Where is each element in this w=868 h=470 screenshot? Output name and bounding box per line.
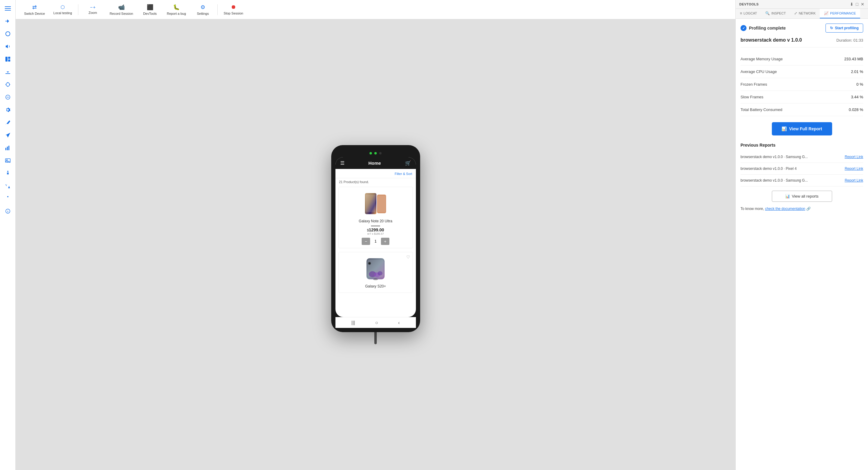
performance-icon: 📈 <box>824 11 829 16</box>
sidebar <box>0 0 16 470</box>
report-item-2: browserstack demo v1.0.0 · Samsung G... … <box>741 175 863 186</box>
toolbar-divider-1 <box>78 4 79 15</box>
start-profiling-button[interactable]: ↻ Start profiling <box>826 24 863 33</box>
start-profiling-refresh-icon: ↻ <box>830 26 833 30</box>
info-icon[interactable] <box>2 206 13 216</box>
brush-icon[interactable] <box>2 117 13 128</box>
logcat-label: LOGCAT <box>744 11 757 15</box>
metric-value-memory: 233.43 MB <box>844 57 863 61</box>
docs-link[interactable]: check the documentation <box>765 207 805 211</box>
settings-button[interactable]: ⚙ Settings <box>191 2 215 17</box>
menu-icon[interactable] <box>2 3 13 14</box>
stop-session-icon: ⏺ <box>231 4 236 10</box>
nav-back-icon[interactable]: ‹ <box>398 320 400 325</box>
download-icon[interactable] <box>2 66 13 77</box>
circle-icon[interactable] <box>2 28 13 39</box>
filter-sort-link[interactable]: Filter & Sort <box>395 172 412 176</box>
phone-status-dots <box>370 152 381 154</box>
gallery-icon[interactable] <box>2 155 13 166</box>
view-full-report-button[interactable]: 📊 View Full Report <box>772 122 832 136</box>
svg-rect-7 <box>8 59 10 62</box>
toolbar-divider-2 <box>217 4 218 15</box>
accessibility-icon[interactable] <box>2 168 13 179</box>
record-session-button[interactable]: 📹 Record Session <box>106 2 137 17</box>
send-icon[interactable] <box>2 130 13 141</box>
start-profiling-label: Start profiling <box>835 26 859 30</box>
report-bug-button[interactable]: 🐛 Report a bug <box>163 2 190 17</box>
device-area: ☰ Home 🛒 Filter & Sort 21 Product(s) fou… <box>16 19 735 470</box>
inspect-tab[interactable]: 🔍 INSPECT <box>761 9 790 19</box>
app-info-row: browserstack demo v 1.0.0 Duration: 01:3… <box>741 37 863 47</box>
zoom-button[interactable]: − + Zoom <box>81 3 105 16</box>
devtools-download-icon[interactable]: ⬇ <box>850 2 854 7</box>
qty-decrease-note20[interactable]: − <box>362 238 370 245</box>
product-card-s20: ♡ <box>338 252 413 293</box>
app-header: ☰ Home 🛒 <box>336 157 416 169</box>
app-header-title: Home <box>368 160 381 166</box>
qty-increase-note20[interactable]: + <box>381 238 390 245</box>
gear-icon[interactable] <box>2 105 13 115</box>
report-item-name-2: browserstack demo v1.0.0 · Samsung G... <box>741 178 808 182</box>
report-link-1[interactable]: Report Link <box>845 167 863 171</box>
minus-circle-icon[interactable] <box>2 92 13 102</box>
phone-bottom-nav: ||| ○ ‹ <box>336 317 416 328</box>
network-tab[interactable]: ⤢ NETWORK <box>790 9 820 19</box>
report-link-2[interactable]: Report Link <box>845 178 863 182</box>
report-item-name-1: browserstack demo v1.0.0 · Pixel 4 <box>741 167 797 171</box>
speaker-icon[interactable] <box>2 41 13 52</box>
toolbar: ⇄ Switch Device ⬡ Local testing − + Zoom… <box>16 0 735 19</box>
record-session-label: Record Session <box>110 12 133 16</box>
devtools-button[interactable]: ⬛ DevTools <box>138 2 162 17</box>
chart-bar-icon[interactable] <box>2 142 13 153</box>
product-image-s20 <box>362 255 389 282</box>
svg-rect-28 <box>378 196 385 212</box>
product-installment-note20: or7 x $185.57 <box>367 232 384 235</box>
qty-control-note20: − 1 + <box>362 238 390 245</box>
view-all-reports-label: View all reports <box>792 194 818 199</box>
product-card-note20: Galaxy Note 20 Ultra $1299.00 or7 x $185… <box>338 187 413 248</box>
devtools-tabs: ≡ LOGCAT 🔍 INSPECT ⤢ NETWORK 📈 PERFORMAN… <box>736 9 868 19</box>
report-item-name-0: browserstack demo v1.0.0 · Samsung G... <box>741 155 808 159</box>
local-testing-button[interactable]: ⬡ Local testing <box>50 2 76 17</box>
phone-camera <box>379 152 381 154</box>
layout-icon[interactable] <box>2 54 13 64</box>
metric-label-battery: Total Battery Consumed <box>741 108 782 112</box>
crosshair-icon[interactable] <box>2 79 13 90</box>
metric-label-frozen: Frozen Frames <box>741 82 767 87</box>
dot-2 <box>374 152 377 154</box>
record-session-icon: 📹 <box>118 4 125 10</box>
devtools-label: DevTools <box>143 12 157 16</box>
devtools-maximize-icon[interactable]: □ <box>856 2 858 7</box>
stop-session-label: Stop Session <box>224 11 243 15</box>
svg-point-20 <box>7 171 8 172</box>
zoom-label: Zoom <box>89 11 97 14</box>
person-accessibility-icon[interactable] <box>2 193 13 204</box>
nav-home-icon[interactable]: ○ <box>375 320 378 325</box>
nav-recents-icon[interactable]: ||| <box>351 320 355 325</box>
metric-row-memory: Average Memory Usage 233.43 MB <box>741 53 863 65</box>
report-link-0[interactable]: Report Link <box>845 155 863 159</box>
report-bug-label: Report a bug <box>167 12 186 16</box>
forward-icon[interactable] <box>2 16 13 27</box>
switch-device-label: Switch Device <box>24 12 45 16</box>
translate-icon[interactable] <box>2 180 13 191</box>
logcat-tab[interactable]: ≡ LOGCAT <box>736 9 761 19</box>
local-testing-icon: ⬡ <box>61 4 65 10</box>
cart-icon[interactable]: 🛒 <box>405 160 411 166</box>
performance-tab[interactable]: 📈 PERFORMANCE <box>820 9 860 19</box>
phone-notch <box>336 149 416 157</box>
performance-label: PERFORMANCE <box>830 11 856 15</box>
view-all-reports-button[interactable]: 📊 View all reports <box>772 190 832 202</box>
wishlist-icon-s20[interactable]: ♡ <box>406 255 410 259</box>
app-menu-icon[interactable]: ☰ <box>340 160 344 166</box>
svg-rect-3 <box>5 21 7 22</box>
stop-session-button[interactable]: ⏺ Stop Session <box>220 2 247 17</box>
product-count: 21 Product(s) found. <box>336 178 416 185</box>
svg-point-24 <box>7 210 8 211</box>
switch-device-button[interactable]: ⇄ Switch Device <box>21 2 49 17</box>
devtools-close-icon[interactable]: ✕ <box>861 2 864 7</box>
product-name-s20: Galaxy S20+ <box>365 284 386 288</box>
profiling-status: ✓ Profiling complete ↻ Start profiling <box>741 24 863 33</box>
svg-rect-16 <box>7 147 8 150</box>
metric-row-slow: Slow Frames 3.44 % <box>741 91 863 104</box>
